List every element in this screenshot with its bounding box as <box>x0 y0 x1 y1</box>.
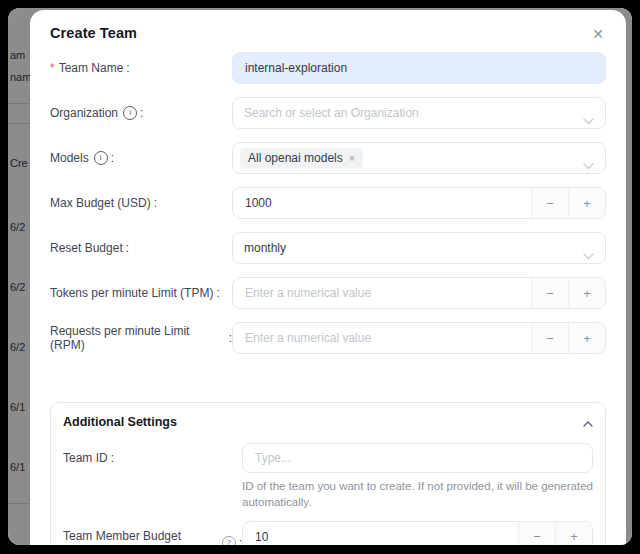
organization-label: Organization i : <box>50 106 232 120</box>
tag-label: All openai models <box>248 151 343 165</box>
tpm-input[interactable] <box>233 278 531 308</box>
label-colon: : <box>126 61 129 75</box>
team-member-budget-input[interactable] <box>243 522 518 545</box>
reset-budget-select[interactable]: monthly <box>232 232 606 264</box>
modal-header: Create Team ✕ <box>50 24 606 42</box>
team-name-input[interactable] <box>232 52 606 84</box>
chevron-up-icon <box>583 413 593 431</box>
label-text: Max Budget (USD) <box>50 196 151 210</box>
team-id-input[interactable] <box>242 443 593 473</box>
label-text: Reset Budget <box>50 241 123 255</box>
additional-settings-section: Additional Settings Team ID : ID of the … <box>50 402 606 545</box>
label-text: Tokens per minute Limit (TPM) <box>50 286 213 300</box>
field-row-organization: Organization i : Search or select an Org… <box>50 97 606 129</box>
tpm-label: Tokens per minute Limit (TPM) : <box>50 286 232 300</box>
field-row-team-name: * Team Name : <box>50 52 606 84</box>
reset-budget-value: monthly <box>244 241 286 255</box>
required-mark: * <box>50 61 55 75</box>
label-colon: : <box>111 151 114 165</box>
label-colon: : <box>111 451 114 465</box>
label-colon: : <box>140 106 143 120</box>
tpm-number-input: − + <box>232 277 606 309</box>
field-row-max-budget: Max Budget (USD) : − + <box>50 187 606 219</box>
additional-settings-header[interactable]: Additional Settings <box>63 413 593 431</box>
team-id-label: Team ID : <box>63 443 242 465</box>
chevron-down-icon <box>583 156 594 174</box>
additional-settings-title: Additional Settings <box>63 415 177 429</box>
plus-button[interactable]: + <box>568 278 605 308</box>
selected-model-tag: All openai models × <box>240 148 363 168</box>
reset-budget-label: Reset Budget : <box>50 241 232 255</box>
label-colon: : <box>216 286 219 300</box>
team-name-label: * Team Name : <box>50 61 232 75</box>
label-text: Team ID <box>63 451 108 465</box>
team-member-budget-label: Team Member Budget (USD) ? : <box>63 521 242 545</box>
rpm-input[interactable] <box>233 323 531 353</box>
help-icon[interactable]: ? <box>222 536 236 545</box>
field-row-rpm: Requests per minute Limit (RPM) : − + <box>50 322 606 354</box>
chevron-down-icon <box>583 111 594 129</box>
rpm-label: Requests per minute Limit (RPM) : <box>50 324 232 352</box>
label-text: Team Name <box>59 61 124 75</box>
label-text: Models <box>50 151 89 165</box>
field-row-tpm: Tokens per minute Limit (TPM) : − + <box>50 277 606 309</box>
label-colon: : <box>154 196 157 210</box>
organization-select[interactable]: Search or select an Organization <box>232 97 606 129</box>
label-colon: : <box>126 241 129 255</box>
max-budget-number-input: − + <box>232 187 606 219</box>
close-icon[interactable]: ✕ <box>592 27 604 41</box>
organization-placeholder: Search or select an Organization <box>244 106 419 120</box>
minus-button[interactable]: − <box>531 188 568 218</box>
field-row-models: Models i : All openai models × <box>50 142 606 174</box>
label-text: Requests per minute Limit (RPM) <box>50 324 226 352</box>
models-multiselect[interactable]: All openai models × <box>232 142 606 174</box>
field-row-team-id: Team ID : ID of the team you want to cre… <box>63 443 593 511</box>
plus-button[interactable]: + <box>568 323 605 353</box>
max-budget-input[interactable] <box>233 188 531 218</box>
modal-title: Create Team <box>50 24 137 42</box>
chevron-down-icon <box>583 246 594 264</box>
field-row-team-member-budget: Team Member Budget (USD) ? : − + <box>63 521 593 545</box>
label-text: Organization <box>50 106 118 120</box>
info-icon[interactable]: i <box>94 151 108 165</box>
team-id-helper-text: ID of the team you want to create. If no… <box>242 479 593 511</box>
rpm-number-input: − + <box>232 322 606 354</box>
plus-button[interactable]: + <box>555 522 592 545</box>
app-window: am nam Cre 6/2 6/2 6/2 6/1 6/1 Create Te… <box>8 8 632 545</box>
team-member-budget-number-input: − + <box>242 521 593 545</box>
models-label: Models i : <box>50 151 232 165</box>
plus-button[interactable]: + <box>568 188 605 218</box>
minus-button[interactable]: − <box>531 278 568 308</box>
info-icon[interactable]: i <box>123 106 137 120</box>
label-text: Team Member Budget (USD) <box>63 529 217 545</box>
minus-button[interactable]: − <box>531 323 568 353</box>
tag-remove-icon[interactable]: × <box>349 153 355 164</box>
max-budget-label: Max Budget (USD) : <box>50 196 232 210</box>
minus-button[interactable]: − <box>518 522 555 545</box>
create-team-modal: Create Team ✕ * Team Name : Organization… <box>30 10 626 545</box>
field-row-reset-budget: Reset Budget : monthly <box>50 232 606 264</box>
